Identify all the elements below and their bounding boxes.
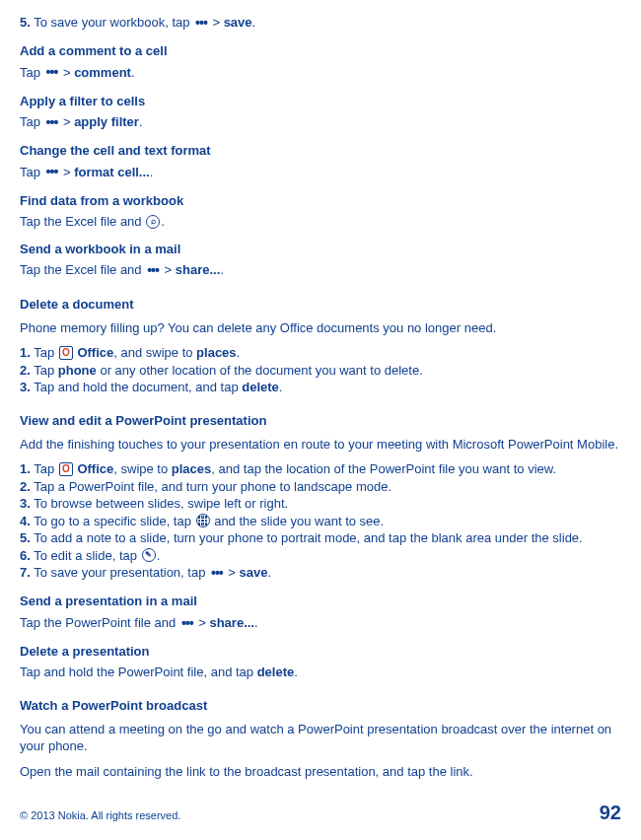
step-save-workbook: 5. To save your workbook, tap ••• > save… (20, 14, 621, 33)
office-icon: O (59, 346, 73, 360)
save-label: save (224, 15, 252, 30)
office-label: Office (74, 345, 113, 360)
topic-delete-document: Delete a document Phone memory filling u… (20, 296, 621, 396)
section-send-presentation: Send a presentation in a mail Tap the Po… (20, 593, 621, 633)
section-send-workbook: Send a workbook in a mail Tap the Excel … (20, 241, 621, 281)
step-2: 2. Tap a PowerPoint file, and turn your … (20, 478, 621, 496)
label: apply filter (74, 114, 139, 129)
label: share... (209, 615, 254, 630)
topic-watch-broadcast: Watch a PowerPoint broadcast You can att… (20, 697, 621, 780)
section-add-comment: Add a comment to a cell Tap ••• > commen… (20, 42, 621, 83)
body: Tap ••• > apply filter. (20, 113, 621, 132)
text: To save your presentation, tap (31, 565, 209, 580)
para-2: Open the mail containing the link to the… (20, 763, 621, 781)
text: Tap (31, 363, 58, 378)
text: . (131, 65, 135, 80)
label: comment (74, 65, 131, 80)
search-icon: ⌕ (146, 215, 160, 229)
step-number: 2. (20, 363, 31, 378)
save-label: save (240, 565, 268, 580)
text: Tap (20, 165, 44, 179)
body: Tap ••• > format cell.... (20, 164, 621, 182)
step-number: 5. (20, 15, 31, 30)
body: Tap and hold the PowerPoint file, and ta… (20, 664, 621, 681)
delete-label: delete (242, 380, 279, 394)
text: Tap and hold the document, and tap (31, 380, 242, 394)
text: , and tap the location of the PowerPoint… (211, 461, 556, 476)
text: > (59, 114, 74, 129)
step-1: 1. Tap O Office, and swipe to places. (20, 344, 621, 362)
text: . (150, 165, 154, 179)
text: or any other location of the document yo… (97, 363, 423, 378)
places-label: places (196, 345, 236, 360)
heading: Find data from a workbook (20, 192, 621, 210)
text: . (279, 380, 283, 394)
step-1: 1. Tap O Office, swipe to places, and ta… (20, 460, 621, 478)
section-apply-filter: Apply a filter to cells Tap ••• > apply … (20, 93, 621, 133)
heading: View and edit a PowerPoint presentation (20, 412, 621, 430)
para-1: You can attend a meeting on the go and w… (20, 721, 621, 755)
heading: Send a workbook in a mail (20, 241, 621, 258)
more-icon: ••• (44, 163, 60, 181)
step-number: 1. (20, 345, 31, 360)
heading: Send a presentation in a mail (20, 593, 621, 610)
page-number: 92 (600, 800, 621, 826)
slides-icon (196, 514, 210, 527)
text: Tap a PowerPoint file, and turn your pho… (31, 479, 392, 494)
text: . (157, 548, 161, 563)
text: To save your workbook, tap (31, 15, 193, 30)
body: Tap ••• > comment. (20, 64, 621, 83)
step-number: 3. (20, 380, 31, 394)
heading: Watch a PowerPoint broadcast (20, 697, 621, 715)
intro: Add the finishing touches to your presen… (20, 436, 621, 454)
step-3: 3. To browse between slides, swipe left … (20, 495, 621, 513)
step-number: 2. (20, 479, 31, 494)
text: To browse between slides, swipe left or … (31, 496, 288, 511)
heading: Change the cell and text format (20, 142, 621, 160)
text: To go to a specific slide, tap (31, 514, 195, 528)
section-format-cell: Change the cell and text format Tap ••• … (20, 142, 621, 182)
body: Tap the PowerPoint file and ••• > share.… (20, 614, 621, 633)
topic-view-edit-ppt: View and edit a PowerPoint presentation … (20, 412, 621, 583)
text: Tap the Excel file and (20, 262, 145, 277)
text: > (161, 262, 176, 277)
step-number: 5. (20, 530, 31, 545)
text: Tap the Excel file and (20, 214, 145, 229)
copyright: © 2013 Nokia. All rights reserved. (20, 808, 180, 823)
text: Tap (20, 114, 44, 129)
footer: © 2013 Nokia. All rights reserved. 92 (20, 800, 621, 826)
text: > (225, 565, 240, 580)
heading: Delete a presentation (20, 643, 621, 661)
text: . (220, 262, 224, 277)
step-number: 4. (20, 514, 31, 528)
label: delete (257, 665, 295, 679)
places-label: places (172, 461, 211, 476)
step-2: 2. Tap phone or any other location of th… (20, 362, 621, 380)
intro: Phone memory filling up? You can delete … (20, 319, 621, 337)
label: format cell... (74, 165, 150, 179)
text: . (237, 345, 241, 360)
step-6: 6. To edit a slide, tap ✎. (20, 547, 621, 565)
text: , and swipe to (113, 345, 196, 360)
more-icon: ••• (193, 14, 209, 33)
step-5: 5. To add a note to a slide, turn your p… (20, 529, 621, 547)
step-3: 3. Tap and hold the document, and tap de… (20, 379, 621, 396)
more-icon: ••• (209, 564, 225, 583)
text: . (294, 665, 298, 679)
text: > (59, 65, 74, 80)
office-icon: O (59, 462, 73, 476)
heading: Delete a document (20, 296, 621, 314)
step-number: 6. (20, 548, 31, 563)
text: Tap the PowerPoint file and (20, 615, 179, 630)
text: . (139, 114, 143, 129)
text: . (161, 214, 165, 229)
more-icon: ••• (44, 63, 60, 82)
section-find-data: Find data from a workbook Tap the Excel … (20, 192, 621, 231)
more-icon: ••• (44, 113, 60, 132)
step-number: 7. (20, 565, 31, 580)
phone-label: phone (58, 363, 97, 378)
text: . (254, 615, 258, 630)
text: . (267, 565, 271, 580)
more-icon: ••• (145, 261, 161, 280)
body: Tap the Excel file and ⌕. (20, 213, 621, 231)
